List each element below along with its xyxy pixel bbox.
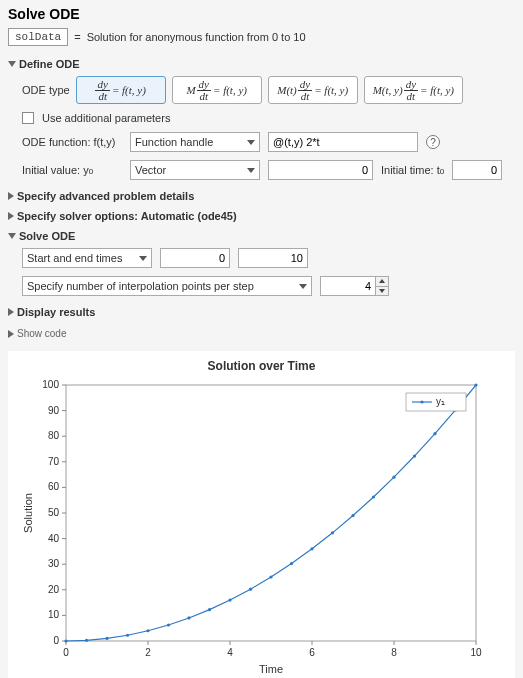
ode-type-btn-2[interactable]: Mdydt= f(t, y) (172, 76, 262, 104)
equals-sign: = (74, 31, 80, 43)
svg-text:90: 90 (48, 405, 60, 416)
section-solve-ode-label: Solve ODE (19, 230, 75, 242)
svg-text:10: 10 (48, 609, 60, 620)
subtitle-row: solData = Solution for anonymous functio… (0, 24, 523, 54)
svg-point-38 (126, 634, 129, 637)
initial-value-input[interactable] (268, 160, 373, 180)
section-display-results-label: Display results (17, 306, 95, 318)
svg-point-45 (269, 575, 272, 578)
svg-text:70: 70 (48, 456, 60, 467)
ode-type-btn-4[interactable]: M(t, y)dydt= f(t, y) (364, 76, 463, 104)
svg-text:Solution: Solution (22, 493, 34, 533)
section-solve-ode[interactable]: Solve ODE (8, 228, 515, 244)
svg-text:60: 60 (48, 481, 60, 492)
svg-text:6: 6 (309, 647, 315, 658)
show-code-toggle[interactable]: Show code (0, 322, 523, 345)
svg-point-52 (413, 454, 416, 457)
svg-text:20: 20 (48, 584, 60, 595)
svg-point-55 (474, 383, 477, 386)
svg-point-39 (146, 629, 149, 632)
svg-text:0: 0 (53, 635, 59, 646)
svg-point-60 (420, 400, 423, 403)
initial-time-input[interactable] (452, 160, 502, 180)
svg-point-35 (64, 639, 67, 642)
chevron-right-icon (8, 308, 14, 316)
solution-chart: 01020304050607080901000246810TimeSolutio… (18, 377, 488, 677)
ode-type-btn-1[interactable]: dydt= f(t, y) (76, 76, 166, 104)
interp-label: Specify number of interpolation points p… (27, 280, 254, 292)
chevron-down-icon (139, 256, 147, 261)
svg-point-44 (249, 588, 252, 591)
svg-text:y₁: y₁ (436, 396, 445, 407)
svg-point-37 (105, 637, 108, 640)
show-code-label: Show code (17, 328, 66, 339)
section-display-results[interactable]: Display results (8, 304, 515, 320)
svg-point-51 (392, 476, 395, 479)
svg-point-47 (310, 547, 313, 550)
svg-point-42 (208, 608, 211, 611)
chevron-down-icon (8, 233, 16, 239)
svg-text:8: 8 (391, 647, 397, 658)
svg-text:40: 40 (48, 533, 60, 544)
ode-function-type-dropdown[interactable]: Function handle (130, 132, 260, 152)
interp-dropdown[interactable]: Specify number of interpolation points p… (22, 276, 312, 296)
output-var-box[interactable]: solData (8, 28, 68, 46)
chevron-down-icon (247, 140, 255, 145)
initial-value-type-dropdown[interactable]: Vector (130, 160, 260, 180)
svg-text:Time: Time (259, 663, 283, 675)
spinner-down[interactable] (376, 287, 388, 296)
ode-function-label: ODE function: f(t,y) (22, 136, 122, 148)
help-icon[interactable]: ? (426, 135, 440, 149)
section-define-ode-label: Define ODE (19, 58, 80, 70)
svg-point-43 (228, 598, 231, 601)
ode-type-btn-3[interactable]: M(t)dydt= f(t, y) (268, 76, 358, 104)
ode-type-label: ODE type (22, 84, 70, 96)
interp-value-input[interactable] (320, 276, 375, 296)
svg-point-46 (290, 562, 293, 565)
svg-text:0: 0 (63, 647, 69, 658)
interp-spinner[interactable] (320, 276, 389, 296)
chevron-down-icon (299, 284, 307, 289)
chart-title: Solution over Time (18, 357, 505, 377)
chevron-right-icon (8, 212, 14, 220)
chevron-right-icon (8, 330, 14, 338)
svg-point-36 (85, 639, 88, 642)
svg-text:10: 10 (470, 647, 482, 658)
svg-rect-0 (66, 385, 476, 641)
svg-point-48 (331, 531, 334, 534)
chart-panel: Solution over Time 010203040506070809010… (8, 351, 515, 678)
page-title: Solve ODE (0, 0, 523, 24)
chevron-down-icon (8, 61, 16, 67)
section-advanced-label: Specify advanced problem details (17, 190, 194, 202)
use-additional-label: Use additional parameters (42, 112, 170, 124)
subtitle-text: Solution for anonymous function from 0 t… (87, 31, 306, 43)
svg-text:30: 30 (48, 558, 60, 569)
svg-point-49 (351, 514, 354, 517)
initial-time-label: Initial time: t0 (381, 164, 444, 176)
chevron-down-icon (247, 168, 255, 173)
initial-value-type-value: Vector (135, 164, 166, 176)
svg-text:100: 100 (42, 379, 59, 390)
svg-text:50: 50 (48, 507, 60, 518)
svg-point-50 (372, 495, 375, 498)
section-advanced[interactable]: Specify advanced problem details (8, 188, 515, 204)
chevron-right-icon (8, 192, 14, 200)
svg-point-41 (187, 616, 190, 619)
time-start-input[interactable] (160, 248, 230, 268)
initial-value-label: Initial value: y0 (22, 164, 122, 176)
section-solver-options-label: Specify solver options: Automatic (ode45… (17, 210, 237, 222)
svg-text:80: 80 (48, 430, 60, 441)
time-spec-value: Start and end times (27, 252, 122, 264)
ode-function-type-value: Function handle (135, 136, 213, 148)
use-additional-checkbox[interactable] (22, 112, 34, 124)
time-spec-dropdown[interactable]: Start and end times (22, 248, 152, 268)
svg-point-40 (167, 623, 170, 626)
spinner-up[interactable] (376, 277, 388, 287)
ode-function-input[interactable] (268, 132, 418, 152)
time-end-input[interactable] (238, 248, 308, 268)
section-define-ode[interactable]: Define ODE (8, 56, 515, 72)
section-solver-options[interactable]: Specify solver options: Automatic (ode45… (8, 208, 515, 224)
svg-text:4: 4 (227, 647, 233, 658)
svg-point-53 (433, 432, 436, 435)
svg-text:2: 2 (145, 647, 151, 658)
